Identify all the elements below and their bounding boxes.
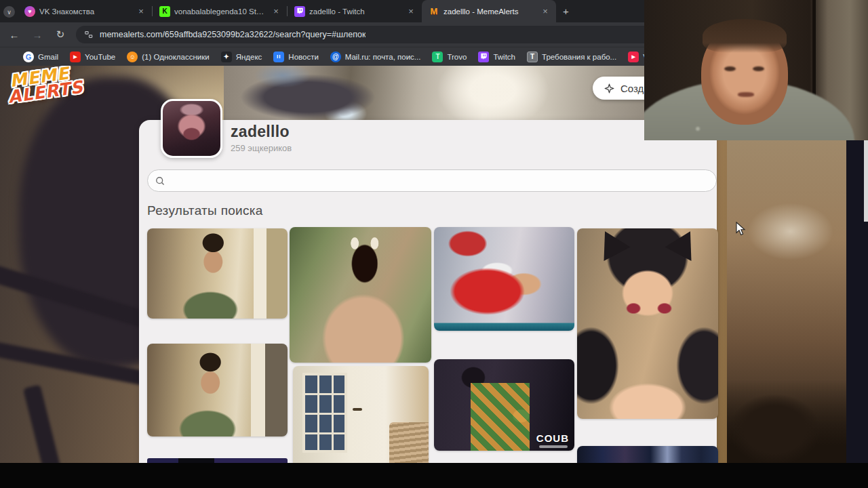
bookmark-label: Gmail [38,53,58,61]
tab-title: VK Знакомства [39,7,132,16]
tab-title: zadelllo - MemeAlerts [443,7,536,16]
letterbox-bottom [0,463,868,488]
bookmark-mailru[interactable]: @ Mail.ru: почта, поис... [330,52,421,62]
stream-screenshot: ∨ ♥ VK Знакомства × K vonabalablegenda10… [0,0,868,488]
tab-close-icon[interactable]: × [406,6,416,17]
site-settings-icon[interactable] [84,30,94,39]
bookmark-label: YouTube [85,53,115,61]
tab-close-icon[interactable]: × [136,6,146,17]
kick-icon: K [159,6,170,17]
bookmark-label: (1) Одноклассники [142,53,209,61]
twitch-glyph [296,7,304,15]
yandex-icon: ✦ [221,52,232,62]
browser-window: ∨ ♥ VK Знакомства × K vonabalablegenda10… [0,0,727,463]
tab-title: vonabalablegenda10 Stream - [174,7,267,16]
meme-tile-screaming-floppa[interactable] [290,227,431,363]
bookmark-label: Twitch [493,53,515,61]
google-icon: G [23,52,34,62]
bookmark-label: Trovo [447,53,467,61]
bookmark-yandex[interactable]: ✦ Яндекс [221,52,262,62]
streamer-eye [753,66,764,71]
forward-button[interactable]: → [28,26,46,43]
streamer-mouth [738,92,754,97]
youtube-icon: ▶ [70,52,81,62]
meme-tile-partial-strip[interactable] [147,458,288,463]
meme-tile-partial-bottom[interactable] [577,446,718,463]
bookmark-label: Mail.ru: почта, поис... [345,53,421,61]
vk-dating-icon: ♥ [24,6,35,17]
search-icon [155,176,165,186]
meme-search-box[interactable] [147,169,717,192]
mailru-icon: @ [330,52,341,62]
bookmark-trovo[interactable]: T Trovo [432,52,467,62]
streamer-hair [703,19,787,53]
tab-title: zadelllo - Twitch [309,7,401,16]
address-bar[interactable]: memealerts.com/659affbda9253099b2a32622/… [76,26,656,43]
twitch-icon [294,6,305,17]
odnoklassniki-icon: ☺ [127,52,138,62]
bookmark-gmail[interactable]: G Gmail [23,52,58,62]
memealerts-page: MEME ALERTS Созд zadelllo 259 эщкериков [0,66,727,463]
memealerts-icon: M [429,6,439,17]
bookmark-twitch[interactable]: Twitch [478,52,515,62]
search-input[interactable] [171,176,709,186]
mouse-cursor [736,222,746,236]
create-button-label: Созд [620,83,644,94]
sparkle-icon [604,83,615,94]
stream-furniture-silhouette [727,380,846,463]
tab-strip: ∨ ♥ VK Знакомства × K vonabalablegenda10… [0,0,727,22]
tab-vk-znakomstva[interactable]: ♥ VK Знакомства × [18,0,152,22]
tab-memealerts-active[interactable]: M zadelllo - MemeAlerts × [422,0,556,22]
twitch-icon [478,52,489,62]
coub-watermark: COUB [536,432,569,444]
bookmark-youtube[interactable]: ▶ YouTube [70,52,115,62]
trovo-icon: T [432,52,443,62]
news-icon: II [273,52,284,62]
bookmarks-bar: G Gmail ▶ YouTube ☺ (1) Одноклассники ✦ … [0,47,727,66]
tab-close-icon[interactable]: × [540,6,551,17]
tab-twitch[interactable]: zadelllo - Twitch × [288,0,422,22]
meme-tile-interview-man-2[interactable] [147,344,288,436]
meme-tile-demon-slayer[interactable]: COUB [434,359,574,451]
reload-button[interactable]: ↻ [52,26,69,43]
right-edge-sliver [864,140,868,222]
bookmark-news[interactable]: II Новости [273,52,319,62]
bookmark-label: Яндекс [236,53,262,61]
coub-watermark-subline [539,445,568,448]
profile-avatar [161,99,222,158]
document-icon: T [527,52,538,62]
bookmark-requirements[interactable]: T Требования к рабо... [527,52,616,62]
twitch-glyph [480,53,488,60]
bookmark-odnoklassniki[interactable]: ☺ (1) Одноклассники [127,52,209,62]
url-text[interactable]: memealerts.com/659affbda9253099b2a32622/… [100,30,366,39]
tab-search-button[interactable]: ∨ [3,6,15,18]
profile-banner-video [224,66,644,120]
back-button[interactable]: ← [5,26,23,43]
bookmark-label: Требования к рабо... [542,53,616,61]
vk-play-icon: ▶ [628,52,639,62]
meme-tile-white-door-room[interactable] [293,366,429,463]
meme-tile-interview-man-1[interactable] [147,228,288,319]
bookmark-label: Новости [288,53,319,61]
cat-ear-shape [592,228,631,261]
background-chair-leg [23,384,76,463]
door-handle-shape [353,408,362,411]
meme-tile-santa-spank[interactable] [434,227,574,331]
door-glass-panes [302,373,347,453]
striped-chair-shape [389,422,429,463]
webcam-overlay [644,0,868,140]
cat-ear-shape [665,228,704,261]
tab-close-icon[interactable]: × [271,6,281,17]
results-title: Результаты поиска [147,203,263,218]
new-tab-button[interactable]: + [563,5,569,17]
tab-kick-stream[interactable]: K vonabalablegenda10 Stream - × [153,0,287,22]
profile-followers-count: 259 эщкериков [231,143,292,153]
haori-pattern [471,383,530,451]
streamer-eye [724,66,736,71]
profile-name: zadelllo [231,123,290,141]
browser-toolbar: ← → ↻ memealerts.com/659affbda9253099b2a… [0,22,727,47]
meme-tile-anime-catgirl[interactable] [577,228,718,419]
